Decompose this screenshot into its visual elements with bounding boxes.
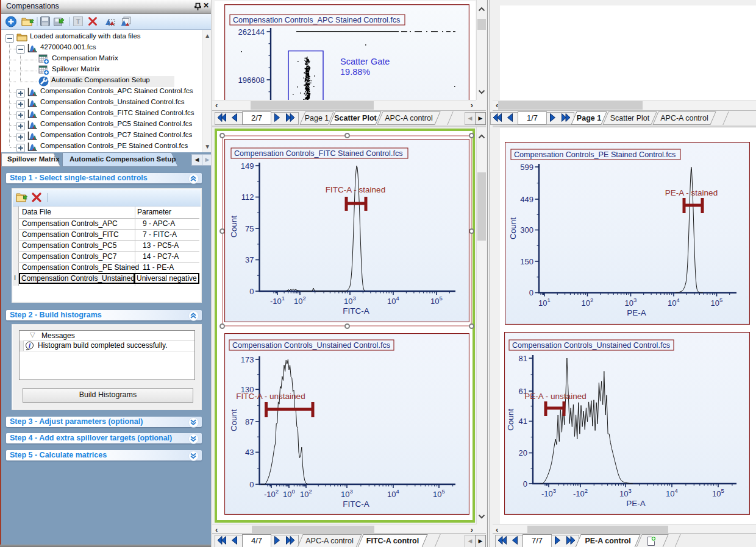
svg-text:599: 599 [520,163,533,172]
svg-text:PE-A - stained: PE-A - stained [665,188,718,197]
svg-text:20: 20 [519,448,527,457]
svg-text:87: 87 [245,417,254,426]
svg-text:Count: Count [506,409,515,431]
svg-text:Compensation Controls_FITC Sta: Compensation Controls_FITC Stained Contr… [234,149,403,158]
svg-text:196608: 196608 [238,76,265,85]
svg-text:19.88%: 19.88% [340,67,370,77]
svg-text:FITC-A: FITC-A [343,306,369,316]
svg-text:Count: Count [508,217,518,239]
svg-text:75: 75 [245,224,254,233]
svg-text:149: 149 [241,161,254,171]
svg-text:Compensation Controls_APC Stai: Compensation Controls_APC Stained Contro… [233,16,400,24]
svg-text:300: 300 [520,225,533,235]
svg-text:81: 81 [519,354,527,363]
svg-text:43: 43 [245,448,254,457]
svg-text:Compensation Controls_Unstaine: Compensation Controls_Unstained Control.… [232,341,390,350]
svg-text:FITC-A: FITC-A [343,499,369,509]
svg-text:Count: Count [229,409,238,431]
svg-text:41: 41 [519,417,527,426]
svg-text:37: 37 [245,255,254,264]
svg-text:Count: Count [229,216,238,238]
svg-text:0: 0 [529,288,533,297]
svg-text:150: 150 [520,257,533,266]
svg-text:PE-A - unstained: PE-A - unstained [524,392,586,401]
svg-text:PE-A: PE-A [626,499,646,508]
svg-text:0: 0 [249,287,254,296]
svg-text:FITC-A - stained: FITC-A - stained [326,185,385,194]
svg-text:173: 173 [241,355,254,364]
svg-text:PE-A: PE-A [627,308,646,317]
svg-text:0: 0 [523,479,527,489]
svg-text:Scatter Gate: Scatter Gate [340,57,390,66]
svg-text:T: T [76,18,80,25]
svg-text:112: 112 [241,192,254,202]
svg-text:Compensation Controls_Unstaine: Compensation Controls_Unstained Control.… [512,341,670,350]
svg-text:FITC-A - unstained: FITC-A - unstained [236,392,305,401]
svg-text:449: 449 [520,195,533,204]
svg-text:262144: 262144 [238,27,265,37]
svg-text:0: 0 [249,480,254,489]
svg-text:Compensation Controls_PE Stain: Compensation Controls_PE Stained Control… [514,150,676,159]
